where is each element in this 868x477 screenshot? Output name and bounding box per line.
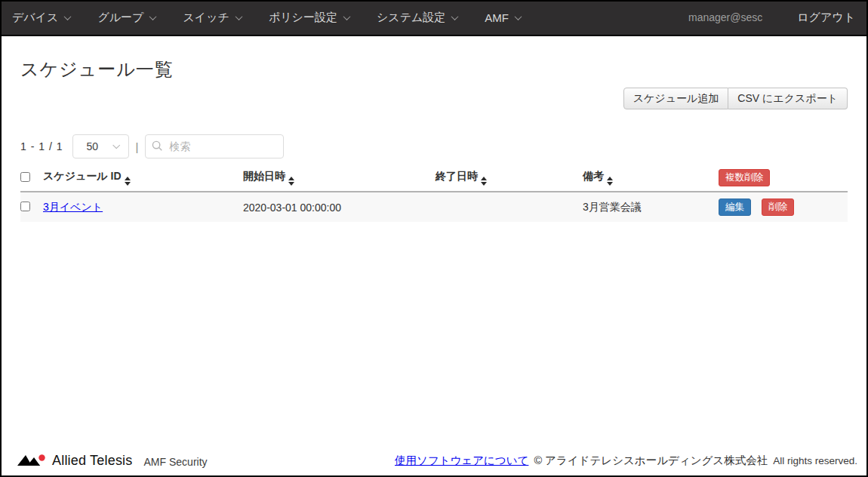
toolbar-button-group: スケジュール追加 CSV にエクスポート (623, 88, 848, 109)
chevron-down-icon (149, 13, 157, 20)
edit-button[interactable]: 編集 (719, 198, 751, 216)
cell-note: 3月営業会議 (583, 192, 711, 222)
header-checkbox-cell (20, 166, 43, 192)
page-size-select[interactable]: 50 (72, 134, 129, 158)
nav-item-label: AMF (485, 11, 509, 24)
row-checkbox[interactable] (20, 202, 30, 211)
schedule-link[interactable]: 3月イベント (43, 201, 103, 213)
app-window: デバイス グループ スイッチ ポリシー設定 システム設定 AMF (0, 0, 868, 477)
header-schedule-id[interactable]: スケジュール ID (43, 166, 243, 192)
select-all-checkbox[interactable] (20, 172, 30, 182)
chevron-down-icon (515, 13, 522, 20)
cell-actions: 編集 削除 (711, 192, 848, 222)
table-header-row: スケジュール ID 開始日時 終了日時 備考 複数削除 (20, 166, 848, 192)
toolbar: スケジュール追加 CSV にエクスポート (20, 88, 848, 109)
logout-button[interactable]: ログアウト (797, 11, 855, 25)
nav-item-groups[interactable]: グループ (97, 11, 155, 25)
page-size-value: 50 (86, 140, 98, 152)
table-row: 3月イベント 2020-03-01 00:00:00 3月営業会議 編集 削除 (20, 192, 848, 222)
cell-schedule-id: 3月イベント (43, 192, 243, 222)
brand-name: Allied Telesis (52, 453, 133, 469)
nav-item-label: システム設定 (377, 11, 445, 25)
bulk-delete-button[interactable]: 複数削除 (719, 169, 770, 186)
chevron-down-icon (113, 141, 121, 149)
nav-item-label: デバイス (12, 11, 58, 25)
page-title: スケジュール一覧 (20, 57, 848, 82)
nav-item-policy-settings[interactable]: ポリシー設定 (269, 11, 349, 25)
top-navbar: デバイス グループ スイッチ ポリシー設定 システム設定 AMF (2, 2, 866, 36)
cell-start-datetime: 2020-03-01 00:00:00 (243, 192, 436, 222)
logged-in-user: manager@sesc (688, 11, 762, 23)
delete-button[interactable]: 削除 (762, 198, 794, 216)
header-label: 開始日時 (243, 170, 285, 182)
controls-separator: | (135, 140, 138, 153)
header-label: 終了日時 (436, 170, 478, 182)
main-content: スケジュール一覧 スケジュール追加 CSV にエクスポート 1 - 1 / 1 … (2, 36, 866, 222)
header-label: 備考 (583, 170, 604, 182)
sort-icon[interactable] (607, 177, 613, 186)
sort-icon[interactable] (125, 177, 131, 186)
software-info-link[interactable]: 使用ソフトウェアについて (395, 454, 528, 468)
search-box (145, 134, 284, 158)
chevron-down-icon (451, 13, 459, 20)
footer-right: 使用ソフトウェアについて © アライドテレシスホールディングス株式会社 All … (395, 454, 857, 468)
rights-text: All rights reserved. (773, 455, 857, 466)
export-csv-button[interactable]: CSV にエクスポート (728, 88, 848, 109)
nav-item-label: スイッチ (183, 11, 229, 25)
add-schedule-button[interactable]: スケジュール追加 (623, 88, 729, 109)
allied-telesis-logo-icon (17, 453, 47, 468)
list-controls: 1 - 1 / 1 50 | (20, 134, 848, 158)
sort-icon[interactable] (481, 177, 487, 186)
pagination-range: 1 - 1 / 1 (20, 140, 63, 152)
header-actions-cell: 複数削除 (711, 166, 848, 192)
chevron-down-icon (235, 13, 242, 20)
nav-right: manager@sesc ログアウト (688, 11, 855, 25)
copyright-text: © アライドテレシスホールディングス株式会社 (534, 454, 768, 468)
row-checkbox-cell (20, 192, 43, 222)
search-input[interactable] (145, 134, 284, 158)
header-note[interactable]: 備考 (583, 166, 711, 192)
product-name: AMF Security (144, 456, 208, 468)
nav-item-switches[interactable]: スイッチ (183, 11, 241, 25)
cell-end-datetime (436, 192, 583, 222)
chevron-down-icon (64, 13, 72, 20)
header-end-datetime[interactable]: 終了日時 (436, 166, 583, 192)
sort-icon[interactable] (288, 177, 294, 186)
nav-menu: デバイス グループ スイッチ ポリシー設定 システム設定 AMF (12, 11, 521, 25)
nav-item-label: ポリシー設定 (269, 11, 337, 25)
schedule-table: スケジュール ID 開始日時 終了日時 備考 複数削除 (20, 166, 848, 222)
nav-item-system-settings[interactable]: システム設定 (377, 11, 457, 25)
brand: Allied Telesis AMF Security (17, 453, 208, 469)
nav-item-devices[interactable]: デバイス (12, 11, 70, 25)
footer: Allied Telesis AMF Security 使用ソフトウェアについて… (2, 448, 866, 472)
header-label: スケジュール ID (43, 170, 122, 182)
nav-item-amf[interactable]: AMF (485, 11, 521, 24)
nav-item-label: グループ (97, 11, 143, 25)
chevron-down-icon (343, 13, 350, 20)
header-start-datetime[interactable]: 開始日時 (243, 166, 436, 192)
